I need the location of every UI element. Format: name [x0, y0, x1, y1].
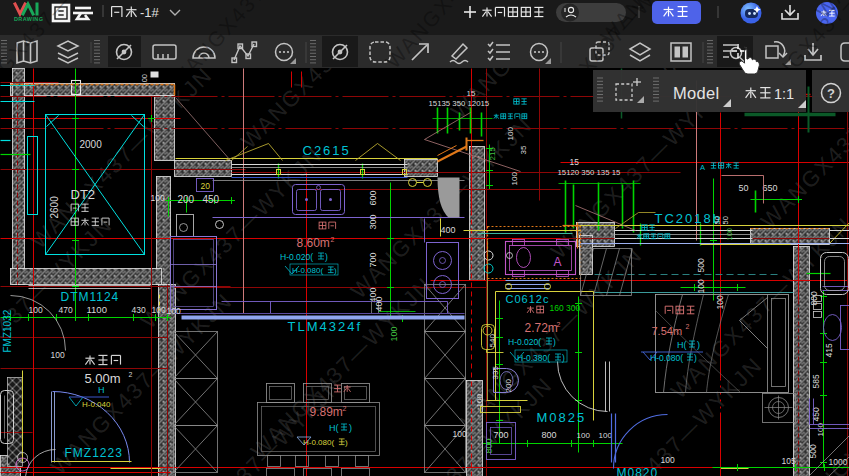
svg-text:650: 650: [763, 183, 778, 193]
svg-text:100: 100: [167, 306, 181, 316]
svg-text:470: 470: [59, 305, 73, 315]
svg-text:50: 50: [721, 216, 730, 224]
svg-text:215: 215: [488, 147, 497, 161]
svg-text:): ): [345, 438, 348, 447]
svg-text:): ): [562, 353, 565, 363]
svg-text:H-0.080(: H-0.080(: [303, 438, 334, 447]
svg-text:415: 415: [824, 343, 834, 357]
svg-text:H(: H(: [677, 340, 687, 350]
svg-text:M0820: M0820: [617, 466, 659, 476]
svg-text:-1#: -1#: [140, 5, 160, 20]
svg-text:100: 100: [51, 350, 65, 360]
svg-text:100: 100: [510, 172, 519, 186]
svg-text:100: 100: [453, 429, 467, 439]
svg-text:H-0.080(: H-0.080(: [292, 266, 323, 275]
svg-text:100: 100: [151, 193, 165, 203]
svg-text:5.00m: 5.00m: [85, 371, 121, 386]
svg-text:400: 400: [441, 225, 456, 235]
svg-text:800: 800: [542, 430, 557, 440]
svg-text:H: H: [98, 385, 105, 395]
svg-text:): ): [694, 353, 697, 363]
svg-text:100: 100: [715, 295, 725, 309]
svg-text:300: 300: [368, 214, 378, 229]
svg-text:2: 2: [557, 321, 561, 328]
svg-text:Model: Model: [673, 84, 719, 102]
svg-text:600: 600: [368, 190, 378, 205]
svg-text:M0825: M0825: [537, 410, 587, 425]
svg-text:100: 100: [506, 127, 515, 141]
svg-text:160 300: 160 300: [550, 303, 581, 313]
svg-text:585: 585: [811, 374, 821, 388]
svg-text:100: 100: [475, 394, 484, 408]
svg-text:?: ?: [827, 86, 835, 101]
svg-text:400: 400: [374, 296, 384, 311]
svg-text:100: 100: [152, 305, 166, 315]
svg-text:FMZ1223: FMZ1223: [65, 446, 123, 460]
svg-text:H-0.020(: H-0.020(: [508, 337, 541, 347]
svg-text:1100: 1100: [87, 304, 107, 315]
svg-text:20: 20: [201, 181, 211, 191]
svg-text:2: 2: [343, 405, 347, 412]
svg-text:FMZ1032: FMZ1032: [2, 309, 13, 352]
svg-text:2: 2: [331, 236, 335, 243]
svg-text:C2615: C2615: [303, 143, 351, 158]
svg-text:15135 350 12015: 15135 350 12015: [429, 99, 490, 108]
svg-text:): ): [349, 423, 352, 433]
svg-text:15: 15: [570, 157, 580, 167]
svg-text:DT2: DT2: [71, 187, 96, 202]
svg-text:A: A: [700, 163, 705, 172]
svg-text:DRAWING: DRAWING: [14, 16, 43, 22]
svg-text:100: 100: [29, 305, 43, 315]
svg-text:200: 200: [178, 194, 195, 205]
svg-text:2: 2: [129, 371, 133, 378]
svg-text:H-0.020(: H-0.020(: [280, 252, 313, 262]
svg-text:): ): [325, 252, 328, 262]
svg-text:540: 540: [488, 334, 497, 348]
svg-text:35: 35: [519, 145, 528, 154]
svg-text:): ): [334, 266, 337, 275]
svg-text:TLM4324f: TLM4324f: [288, 319, 363, 334]
svg-text:200: 200: [504, 379, 513, 393]
svg-text:7.54m: 7.54m: [652, 325, 683, 337]
svg-text:H-0.040: H-0.040: [82, 400, 111, 409]
svg-text:100: 100: [599, 431, 613, 440]
svg-text:700: 700: [368, 252, 378, 267]
svg-text:800: 800: [484, 438, 494, 453]
svg-text:9.89m: 9.89m: [310, 405, 343, 419]
svg-text:15120 350 135 15: 15120 350 135 15: [558, 168, 622, 177]
svg-text:100: 100: [696, 279, 706, 293]
svg-text:): ): [553, 337, 556, 347]
svg-text:430: 430: [132, 305, 146, 315]
svg-text:15: 15: [467, 89, 476, 98]
svg-text:450: 450: [811, 407, 821, 421]
svg-text:450: 450: [203, 194, 220, 205]
svg-text:1:1: 1:1: [774, 86, 794, 102]
svg-text:100: 100: [577, 431, 591, 440]
svg-text:2.72m: 2.72m: [525, 321, 558, 335]
svg-text:A: A: [554, 255, 562, 269]
svg-text:335: 335: [491, 366, 500, 380]
svg-text:100: 100: [389, 326, 399, 341]
svg-text:500: 500: [808, 444, 818, 458]
svg-text:50: 50: [739, 183, 749, 193]
svg-text:700: 700: [494, 430, 509, 440]
svg-text:H(: H(: [329, 423, 339, 433]
svg-text:100: 100: [661, 455, 675, 465]
svg-text:100: 100: [725, 228, 734, 241]
svg-text:): ): [697, 340, 700, 350]
svg-text:2000: 2000: [80, 139, 103, 150]
svg-text:105: 105: [782, 456, 796, 466]
svg-text:C0612c: C0612c: [506, 293, 550, 305]
svg-text:8.60m: 8.60m: [297, 236, 330, 250]
svg-text:500: 500: [696, 258, 706, 272]
svg-text:2600: 2600: [49, 196, 60, 219]
svg-text:DTM1124: DTM1124: [61, 290, 120, 304]
svg-text:2: 2: [686, 323, 690, 330]
